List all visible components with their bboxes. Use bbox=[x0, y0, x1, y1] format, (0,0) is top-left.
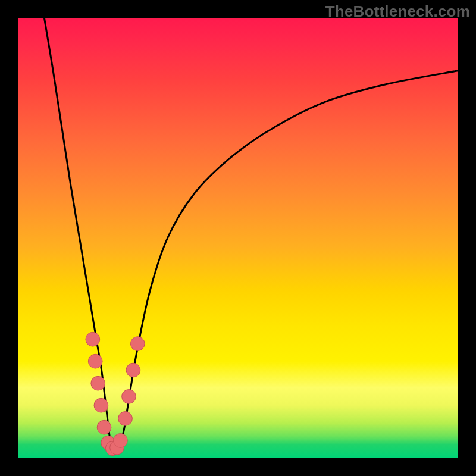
watermark-text: TheBottleneck.com bbox=[325, 2, 470, 21]
curve-marker bbox=[118, 412, 133, 426]
curve-marker bbox=[114, 434, 128, 448]
curve-marker bbox=[97, 420, 111, 434]
v-curve bbox=[44, 18, 458, 449]
plot-area bbox=[18, 18, 458, 458]
chart-frame: TheBottleneck.com bbox=[0, 0, 476, 476]
curve-marker bbox=[91, 376, 105, 390]
lobe-markers bbox=[86, 332, 145, 455]
curve-marker bbox=[126, 363, 140, 377]
curve-marker bbox=[94, 398, 108, 412]
curve-marker bbox=[88, 354, 102, 368]
curve-marker bbox=[122, 390, 136, 404]
curve-marker bbox=[130, 337, 145, 351]
curve-layer bbox=[18, 18, 458, 458]
curve-marker bbox=[86, 332, 100, 346]
